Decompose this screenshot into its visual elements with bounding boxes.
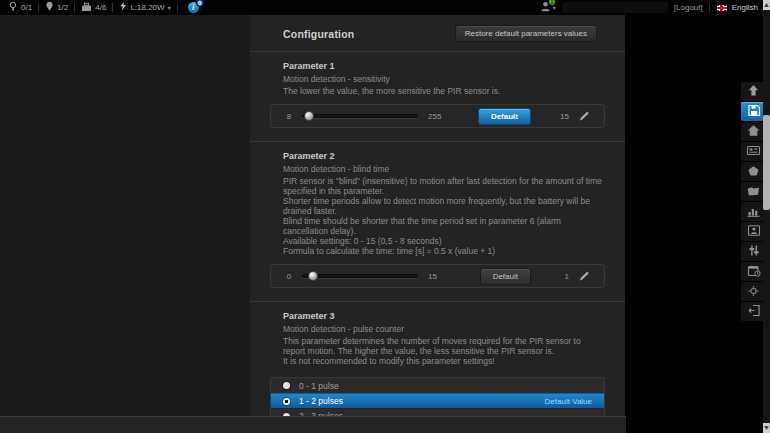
power-usage-menu[interactable]: L:18.20W ▾ (119, 1, 170, 14)
parameter-description: Available settings: 0 - 15 (0,5 - 8 seco… (283, 236, 605, 246)
home-icon (746, 123, 761, 141)
language-label: English (732, 3, 758, 12)
user-menu[interactable]: 0 ▾ (540, 1, 556, 14)
scrollbar-up-button[interactable] (763, 0, 770, 10)
scenes-icon (746, 143, 761, 161)
parameter-name: Parameter 1 (283, 61, 605, 71)
devices-status: 4/6 (81, 2, 106, 14)
language-selector[interactable]: English (716, 3, 758, 12)
slider-thumb[interactable] (308, 271, 318, 281)
option-label: 0 - 1 pulse (299, 381, 339, 391)
save-icon (747, 103, 761, 121)
parameter-description: Shorter time periods allow to detect mot… (283, 196, 605, 216)
parameter-2-section: Parameter 2 Motion detection - blind tim… (250, 141, 625, 301)
divider (38, 3, 39, 12)
parameter-2-default-button[interactable]: Default (480, 268, 531, 285)
parameter-subtitle: Motion detection - blind time (283, 164, 605, 174)
slider-max-label: 255 (428, 112, 441, 121)
parameter-description: Blind time should be shorter that the ti… (283, 216, 605, 236)
username-redacted (562, 2, 668, 13)
default-value-tag: Default Value (545, 397, 592, 406)
pin-status-label: 1/2 (57, 3, 68, 12)
divider (177, 3, 178, 12)
radio-selected-icon (283, 398, 290, 405)
divider (112, 3, 113, 12)
parameter-description: The lower the value, the more sensitive … (283, 86, 605, 96)
settings-icon (747, 283, 760, 301)
flag-icon (716, 4, 728, 12)
exit-icon (747, 303, 761, 321)
parameter-name: Parameter 2 (283, 151, 605, 161)
option-0-1-pulse[interactable]: 0 - 1 pulse (271, 378, 604, 393)
option-label: 2 - 3 pulses (299, 411, 343, 416)
scroll-top-icon (746, 83, 761, 101)
option-1-2-pulses[interactable]: 1 - 2 pulses Default Value (271, 393, 604, 408)
lights-status-label: 0/1 (21, 3, 32, 12)
rooms-icon (747, 163, 760, 181)
parameter-description: Formula to calculate the time: time [s] … (283, 246, 605, 256)
parameter-1-value: 15 (557, 112, 569, 121)
parameter-2-control-row: 0 15 Default 1 (270, 264, 605, 288)
chevron-down-icon: ▾ (168, 4, 171, 11)
parameter-description: It is not recommended to modify this par… (283, 356, 605, 366)
top-status-bar: 0/1 1/2 4/6 L:18.20W ▾ i 0 (0, 0, 770, 15)
power-icon (119, 1, 127, 14)
option-2-3-pulses[interactable]: 2 - 3 pulses (271, 408, 604, 416)
power-usage-label: L:18.20W (130, 3, 164, 12)
parameter-description: PIR sensor is "blind" (insensitive) to m… (283, 176, 605, 196)
parameter-1-slider[interactable] (302, 114, 418, 118)
pulse-counter-options: 0 - 1 pulse 1 - 2 pulses Default Value 2… (270, 377, 605, 416)
slider-min-label: 0 (281, 272, 297, 281)
edit-icon[interactable] (578, 270, 590, 282)
slider-max-label: 15 (428, 272, 437, 281)
parameter-name: Parameter 3 (283, 311, 605, 321)
profiles-icon (747, 223, 761, 241)
parameter-subtitle: Motion detection - sensitivity (283, 74, 605, 84)
user-icon: 0 (540, 1, 551, 14)
parameter-description: This parameter determines the number of … (283, 336, 605, 356)
edit-icon[interactable] (578, 110, 590, 122)
option-label: 1 - 2 pulses (299, 396, 343, 406)
slider-min-label: 8 (281, 112, 297, 121)
backup-icon (746, 183, 761, 201)
pin-status: 1/2 (45, 1, 68, 14)
scrollbar-down-button[interactable] (763, 423, 770, 433)
vertical-scrollbar[interactable] (763, 0, 770, 433)
bulb-icon (8, 1, 18, 14)
notifications-badge: 0 (196, 0, 204, 7)
slider-thumb[interactable] (304, 111, 314, 121)
parameter-subtitle: Motion detection - pulse counter (283, 324, 605, 334)
filters-icon (747, 243, 761, 261)
pin-icon (45, 1, 54, 14)
session-group: 0 ▾ [Logout] English (540, 1, 770, 14)
parameter-1-default-button[interactable]: Default (478, 108, 531, 125)
page-title: Configuration (283, 28, 354, 40)
divider (709, 3, 710, 12)
configuration-panel: Configuration Restore default parameters… (250, 15, 625, 416)
lights-status: 0/1 (8, 1, 32, 14)
statistics-icon (746, 203, 761, 221)
panel-header: Configuration Restore default parameters… (250, 15, 625, 51)
parameter-1-section: Parameter 1 Motion detection - sensitivi… (250, 51, 625, 141)
radio-icon (283, 382, 290, 389)
device-status-group: 0/1 1/2 4/6 L:18.20W ▾ i 0 (0, 1, 199, 14)
footer-strip (0, 416, 626, 433)
restore-defaults-button[interactable]: Restore default parameters values (455, 25, 597, 42)
parameter-2-value: 1 (557, 272, 569, 281)
parameter-1-control-row: 8 255 Default 15 (270, 104, 605, 128)
left-gutter (0, 15, 250, 416)
divider (74, 3, 75, 12)
scrollbar-thumb[interactable] (763, 115, 770, 210)
radio-icon (283, 413, 290, 417)
logout-link[interactable]: [Logout] (674, 3, 703, 12)
devices-icon (81, 2, 92, 14)
schedule-icon (747, 263, 761, 281)
notifications-button[interactable]: i 0 (188, 2, 199, 13)
parameter-3-section: Parameter 3 Motion detection - pulse cou… (250, 301, 625, 416)
devices-status-label: 4/6 (95, 3, 106, 12)
parameter-2-slider[interactable] (302, 274, 418, 278)
